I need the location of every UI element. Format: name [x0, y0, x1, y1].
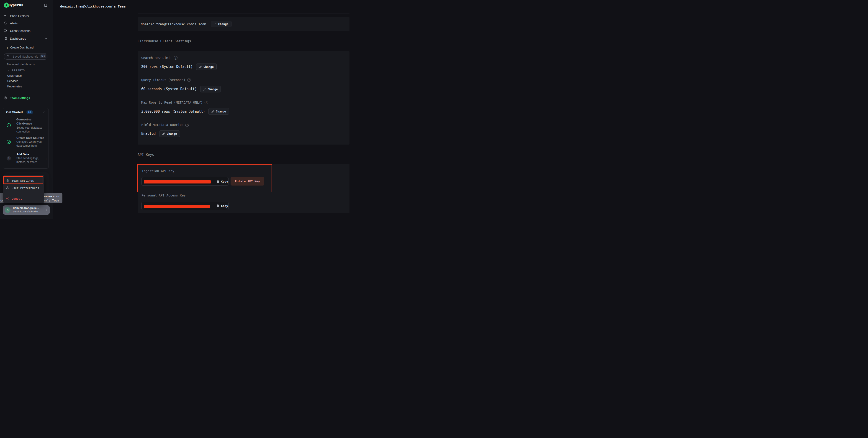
change-button-label: Change: [208, 88, 218, 91]
sidebar-item-team-settings[interactable]: Team Settings: [0, 95, 53, 101]
help-icon[interactable]: ?: [185, 123, 189, 127]
change-button-label: Change: [218, 22, 228, 26]
personal-api-key-box: Copy: [142, 202, 228, 210]
field-metadata-label: Field Metadata Queries: [141, 123, 183, 127]
sidebar-item-clickhouse[interactable]: ClickHouse: [7, 74, 22, 77]
search-row-limit-label: Search Row Limit: [141, 56, 172, 60]
user-email: dominic.tran@clickho...: [13, 210, 40, 213]
section-divider: [137, 47, 349, 47]
sidebar-item-services[interactable]: Services: [7, 79, 18, 82]
search-icon: [6, 55, 9, 58]
step-title: Create Data Sources: [17, 136, 44, 140]
page-header: dominic.tran@clickhouse.com's Team: [53, 0, 434, 13]
pencil-icon: [214, 23, 216, 26]
hyperdx-logo-icon: [4, 2, 9, 8]
create-dashboard-button[interactable]: + Create Dashboard: [0, 44, 53, 51]
brand-name: HyperDX: [9, 3, 23, 7]
change-button-label: Change: [166, 132, 177, 135]
sidebar-item-chart-explorer[interactable]: Chart Explorer: [0, 13, 53, 19]
sidebar-item-label: Alerts: [10, 22, 18, 25]
saved-dashboards-search[interactable]: ⌘K: [4, 53, 48, 60]
menu-item-user-preferences[interactable]: User Preferences: [3, 184, 44, 191]
pencil-icon: [199, 66, 202, 68]
query-timeout-label: Query Timeout (seconds): [141, 78, 185, 82]
progress-badge: 2/3: [26, 110, 33, 114]
change-field-metadata-button[interactable]: Change: [159, 130, 180, 137]
help-icon[interactable]: ?: [187, 78, 191, 82]
change-button-label: Change: [204, 65, 214, 69]
setting-row-label: Field Metadata Queries ?: [141, 123, 189, 127]
menu-item-label: User Preferences: [11, 186, 39, 190]
max-rows-label: Max Rows to Read (METADATA ONLY): [141, 101, 203, 104]
user-gear-icon: [6, 186, 9, 190]
chevron-up-icon: [45, 37, 48, 40]
annotation-rectangle-ingestion-key: [137, 164, 272, 192]
help-icon[interactable]: ?: [205, 101, 208, 104]
keyboard-shortcut-badge: ⌘K: [40, 55, 46, 58]
step-title: Add Data: [17, 153, 29, 156]
team-name-panel: dominic.tran@clickhouse.com's Team Chang…: [137, 17, 349, 31]
change-query-timeout-button[interactable]: Change: [200, 86, 221, 93]
setting-row-label: Max Rows to Read (METADATA ONLY) ?: [141, 101, 208, 104]
step-title: ClickHouse: [17, 122, 32, 125]
presets-toggle[interactable]: PRESETS: [0, 68, 53, 73]
change-search-row-limit-button[interactable]: Change: [196, 64, 217, 70]
copy-personal-key-button[interactable]: Copy: [216, 204, 228, 208]
gear-icon: [3, 96, 7, 100]
sidebar-item-client-sessions[interactable]: Client Sessions: [0, 28, 53, 34]
change-max-rows-button[interactable]: Change: [209, 108, 229, 115]
check-circle-icon: [7, 123, 11, 128]
change-team-name-button[interactable]: Change: [211, 21, 231, 27]
dashboards-icon: [3, 37, 7, 40]
user-profile-chip[interactable]: D dominic.tran@clic... dominic.tran@clic…: [3, 205, 50, 215]
chevron-up-icon[interactable]: [43, 111, 45, 113]
sidebar-item-kubernetes[interactable]: Kubernetes: [7, 85, 22, 88]
chart-explorer-icon: [3, 14, 7, 18]
chevron-right-icon: [45, 208, 48, 211]
pencil-icon: [162, 133, 165, 135]
collapse-sidebar-icon[interactable]: [44, 3, 48, 7]
arrow-right-icon[interactable]: →: [44, 157, 48, 160]
team-name-value: dominic.tran@clickhouse.com's Team: [141, 22, 206, 26]
copy-button-label: Copy: [221, 204, 228, 208]
client-settings-panel: Search Row Limit ? 200 rows (System Defa…: [137, 51, 349, 144]
avatar: D: [5, 207, 10, 213]
sidebar-item-alerts[interactable]: Alerts: [0, 20, 53, 26]
step-title: Connect to: [17, 118, 31, 121]
setting-row-label: Query Timeout (seconds) ?: [141, 78, 191, 82]
chevron-down-icon: [7, 69, 9, 71]
menu-item-logout[interactable]: Logout: [3, 195, 44, 202]
clipboard-icon: [216, 204, 219, 208]
sidebar-item-label: Client Sessions: [10, 29, 31, 33]
menu-item-label: Logout: [11, 197, 22, 200]
pencil-icon: [211, 110, 214, 113]
laptop-icon: [3, 29, 7, 33]
create-dashboard-label: Create Dashboard: [10, 46, 33, 49]
logout-icon: [6, 197, 9, 200]
page-title: dominic.tran@clickhouse.com's Team: [60, 5, 126, 8]
sidebar-item-label: Chart Explorer: [10, 14, 29, 18]
pencil-icon: [203, 88, 206, 91]
no-saved-dashboards-text: No saved dashboards: [7, 63, 35, 66]
team-settings-label: Team Settings: [10, 96, 30, 100]
step-number-badge: 3: [7, 156, 11, 161]
get-started-card: Get Started 2/3 Connect to ClickHouse Se…: [3, 108, 49, 169]
search-row-limit-value: 200 rows (System Default): [141, 65, 193, 69]
sidebar-divider: [0, 43, 53, 43]
plus-icon: +: [6, 46, 8, 49]
annotation-rectangle-team-settings: [3, 176, 43, 184]
step-description: metrics, or traces: [17, 161, 37, 164]
check-circle-icon: [7, 140, 11, 144]
bell-icon: [3, 22, 7, 25]
field-metadata-value: Enabled: [141, 132, 156, 136]
personal-api-key-label: Personal API Access Key: [142, 194, 186, 197]
section-divider: [137, 13, 349, 13]
api-keys-section-title: API Keys: [137, 153, 154, 157]
help-icon[interactable]: ?: [174, 56, 178, 60]
search-input[interactable]: [12, 54, 40, 59]
user-name: dominic.tran@clic...: [13, 206, 39, 210]
max-rows-value: 3,000,000 rows (System Default): [141, 109, 205, 113]
step-description: Start sending logs,: [17, 157, 39, 160]
step-description: data comes from: [17, 144, 37, 147]
sidebar-item-dashboards[interactable]: Dashboards: [0, 35, 53, 42]
